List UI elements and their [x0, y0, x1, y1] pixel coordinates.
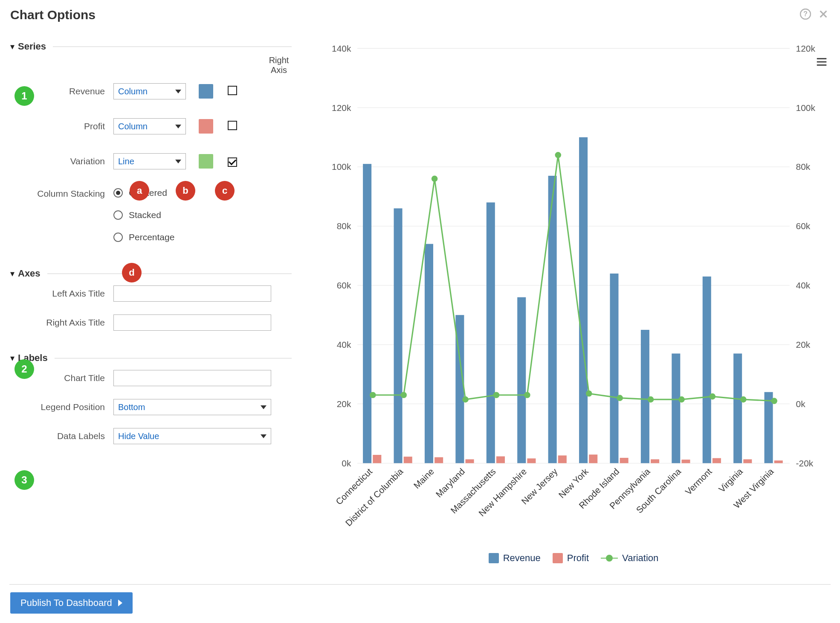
svg-rect-53 [703, 277, 711, 463]
legend-position-select[interactable]: Bottom [113, 399, 271, 415]
select-value: Column [118, 122, 148, 131]
right-axis-column-header: Right Axis [266, 55, 292, 75]
svg-text:Maryland: Maryland [434, 466, 466, 499]
svg-text:120k: 120k [796, 44, 816, 53]
svg-rect-47 [610, 274, 618, 463]
chart-title-label: Chart Title [37, 373, 113, 383]
svg-point-59 [370, 392, 376, 398]
svg-text:-20k: -20k [796, 458, 814, 468]
series-row-label: Profit [37, 121, 113, 131]
legend-label: Profit [567, 553, 589, 564]
series-row-label: Revenue [37, 86, 113, 96]
svg-text:20k: 20k [337, 399, 351, 409]
select-value: Column [118, 87, 148, 96]
series-type-select-revenue[interactable]: Column [113, 83, 186, 99]
svg-text:100k: 100k [332, 162, 351, 172]
svg-point-62 [463, 397, 468, 402]
legend-label: Variation [622, 553, 658, 564]
section-axes-label: Axes [18, 268, 41, 279]
right-axis-checkbox-profit[interactable] [228, 121, 237, 130]
publish-to-dashboard-button[interactable]: Publish To Dashboard [10, 592, 133, 614]
svg-rect-49 [641, 330, 649, 463]
right-axis-checkbox-revenue[interactable] [228, 86, 237, 95]
divider [47, 274, 292, 274]
chart-title-input[interactable] [113, 370, 271, 386]
right-axis-title-input[interactable] [113, 314, 271, 331]
chevron-down-icon: ▾ [10, 268, 14, 279]
chevron-down-icon: ▾ [10, 41, 14, 52]
svg-rect-46 [589, 454, 597, 463]
svg-text:40k: 40k [796, 280, 811, 290]
svg-rect-41 [517, 297, 526, 463]
section-series-header[interactable]: ▾ Series [10, 41, 292, 52]
svg-text:120k: 120k [332, 103, 351, 113]
svg-rect-57 [765, 392, 773, 463]
svg-point-70 [710, 394, 715, 399]
stacking-option-percentage[interactable]: Percentage [113, 232, 174, 242]
stacking-option-stacked[interactable]: Stacked [113, 210, 174, 220]
callout-1: 1 [14, 86, 34, 106]
svg-rect-51 [672, 354, 680, 463]
svg-text:20k: 20k [796, 340, 811, 349]
radio-icon [113, 210, 123, 220]
chevron-down-icon: ▾ [10, 353, 14, 363]
svg-point-60 [401, 392, 406, 398]
data-labels-label: Data Labels [37, 431, 113, 441]
svg-text:60k: 60k [796, 221, 811, 231]
section-labels-header[interactable]: ▾ Labels [10, 352, 292, 364]
svg-text:60k: 60k [337, 280, 351, 290]
section-axes-header[interactable]: ▾ Axes [10, 268, 292, 279]
svg-point-68 [648, 397, 654, 402]
left-axis-title-label: Left Axis Title [37, 288, 113, 299]
divider [55, 358, 292, 358]
svg-rect-39 [487, 202, 495, 463]
close-icon[interactable] [819, 9, 828, 19]
svg-point-71 [741, 397, 746, 402]
svg-point-66 [586, 391, 592, 396]
svg-rect-45 [579, 137, 588, 463]
callout-a: a [130, 181, 149, 201]
data-labels-select[interactable]: Hide Value [113, 428, 271, 444]
svg-rect-34 [404, 457, 412, 463]
svg-rect-52 [681, 460, 690, 463]
svg-point-72 [771, 398, 777, 404]
svg-rect-31 [363, 164, 371, 463]
select-value: Hide Value [118, 431, 159, 441]
help-icon[interactable]: ? [800, 9, 811, 20]
svg-point-64 [524, 392, 530, 398]
column-stacking-label: Column Stacking [37, 188, 113, 199]
callout-b: b [176, 181, 195, 201]
select-value: Line [118, 157, 134, 166]
callout-d: d [122, 263, 142, 282]
color-swatch-revenue[interactable] [199, 84, 213, 99]
svg-rect-32 [373, 455, 381, 463]
button-label: Publish To Dashboard [20, 597, 112, 608]
svg-rect-42 [527, 458, 536, 463]
legend-swatch [489, 553, 499, 563]
legend-line-marker [601, 558, 618, 559]
svg-rect-33 [394, 208, 403, 463]
svg-rect-55 [733, 354, 742, 463]
series-row-label: Variation [37, 156, 113, 166]
svg-text:0k: 0k [796, 399, 806, 409]
svg-rect-40 [496, 456, 505, 463]
left-axis-title-input[interactable] [113, 285, 271, 302]
right-axis-checkbox-variation[interactable] [228, 157, 237, 167]
svg-text:40k: 40k [337, 340, 351, 349]
series-type-select-variation[interactable]: Line [113, 153, 186, 169]
chart-legend: Revenue Profit Variation [317, 553, 830, 564]
svg-rect-54 [713, 458, 721, 463]
svg-text:80k: 80k [796, 162, 811, 172]
dialog-title: Chart Options [10, 8, 830, 22]
color-swatch-profit[interactable] [199, 119, 213, 134]
svg-point-67 [617, 395, 623, 401]
select-value: Bottom [118, 402, 145, 412]
svg-rect-50 [651, 459, 659, 463]
legend-item-revenue: Revenue [489, 553, 541, 564]
color-swatch-variation[interactable] [199, 154, 213, 169]
series-type-select-profit[interactable]: Column [113, 118, 186, 134]
svg-rect-35 [425, 244, 433, 463]
legend-swatch [553, 553, 563, 563]
chevron-right-icon [118, 600, 122, 606]
legend-label: Revenue [503, 553, 541, 564]
